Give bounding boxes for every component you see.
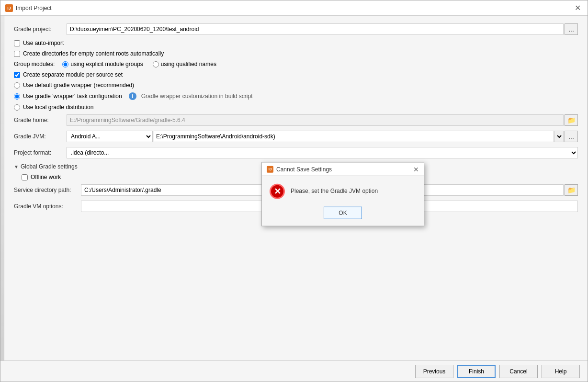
create-directories-row: Create directories for empty content roo… bbox=[14, 50, 578, 57]
offline-work-label: Offline work bbox=[31, 174, 61, 180]
title-bar: IJ Import Project ✕ bbox=[0, 0, 588, 16]
project-format-label: Project format: bbox=[14, 149, 67, 156]
gradle-home-input[interactable] bbox=[67, 114, 564, 126]
qualified-names-label: using qualified names bbox=[161, 61, 216, 67]
window-icon: IJ bbox=[5, 4, 13, 12]
explicit-module-radio-group: using explicit module groups bbox=[62, 61, 143, 67]
gradle-jvm-select[interactable]: Android A... bbox=[67, 131, 153, 142]
create-directories-label: Create directories for empty content roo… bbox=[23, 50, 164, 57]
gradle-wrapper-info-label: Gradle wrapper customization in build sc… bbox=[141, 93, 253, 100]
gradle-home-row: Gradle home: 📁 bbox=[14, 114, 578, 126]
explicit-module-label: using explicit module groups bbox=[70, 61, 143, 67]
qualified-names-radio-group: using qualified names bbox=[153, 61, 216, 67]
dialog-buttons: OK bbox=[262, 205, 424, 226]
local-gradle-label: Use local gradle distribution bbox=[23, 104, 93, 111]
auto-import-label: Use auto-import bbox=[23, 40, 64, 46]
finish-button[interactable]: Finish bbox=[457, 365, 496, 378]
help-button[interactable]: Help bbox=[542, 365, 580, 378]
create-directories-checkbox[interactable] bbox=[14, 51, 20, 57]
separate-module-checkbox[interactable] bbox=[14, 72, 20, 78]
browse-icon: ... bbox=[568, 25, 574, 33]
local-gradle-radio[interactable] bbox=[14, 104, 20, 111]
gradle-project-row: Gradle project: ... bbox=[14, 23, 578, 35]
separate-module-row: Create separate module per source set bbox=[14, 71, 578, 78]
gradle-home-label: Gradle home: bbox=[14, 117, 67, 124]
service-directory-browse-icon: 📁 bbox=[567, 186, 576, 194]
service-directory-label: Service directory path: bbox=[14, 187, 81, 193]
project-format-row: Project format: .idea (directo... bbox=[14, 147, 578, 158]
gradle-home-browse-button[interactable]: 📁 bbox=[565, 114, 578, 126]
dialog-window-icon: IJ bbox=[267, 166, 273, 172]
side-accent bbox=[0, 16, 4, 360]
dialog-message: Please, set the Gradle JVM option bbox=[291, 184, 378, 195]
qualified-names-radio[interactable] bbox=[153, 61, 159, 67]
gradle-jvm-dropdown-arrow[interactable] bbox=[554, 131, 564, 142]
cancel-button[interactable]: Cancel bbox=[499, 365, 538, 378]
bottom-bar: Previous Finish Cancel Help bbox=[0, 360, 588, 382]
cannot-save-dialog: IJ Cannot Save Settings ✕ ✕ Please, set … bbox=[261, 162, 424, 226]
default-gradle-wrapper-label: Use default gradle wrapper (recommended) bbox=[23, 82, 134, 89]
cannot-save-dialog-wrapper: IJ Cannot Save Settings ✕ ✕ Please, set … bbox=[261, 162, 424, 226]
dialog-title-text: Cannot Save Settings bbox=[276, 166, 332, 172]
section-collapse-arrow[interactable]: ▼ bbox=[14, 164, 19, 169]
gradle-wrapper-info-icon[interactable]: i bbox=[129, 92, 136, 100]
group-modules-label: Group modules: bbox=[14, 61, 55, 67]
gradle-wrapper-task-radio[interactable] bbox=[14, 93, 20, 100]
group-modules-row: Group modules: using explicit module gro… bbox=[14, 61, 578, 67]
dialog-title-bar: IJ Cannot Save Settings ✕ bbox=[262, 163, 424, 176]
default-gradle-wrapper-radio[interactable] bbox=[14, 82, 20, 89]
gradle-jvm-browse-button[interactable]: ... bbox=[565, 131, 578, 142]
auto-import-checkbox[interactable] bbox=[14, 40, 20, 46]
gradle-wrapper-task-row: Use gradle 'wrapper' task configuration … bbox=[14, 92, 578, 100]
gradle-jvm-label: Gradle JVM: bbox=[14, 133, 67, 140]
local-gradle-row: Use local gradle distribution bbox=[14, 104, 578, 111]
dialog-close-button[interactable]: ✕ bbox=[413, 165, 419, 173]
auto-import-row: Use auto-import bbox=[14, 40, 578, 46]
gradle-jvm-input-area: Android A... ... bbox=[67, 131, 578, 142]
service-directory-browse-button[interactable]: 📁 bbox=[565, 184, 578, 196]
dialog-content: ✕ Please, set the Gradle JVM option bbox=[262, 176, 424, 205]
gradle-jvm-browse-icon: ... bbox=[568, 133, 574, 140]
window-close-button[interactable]: ✕ bbox=[573, 3, 583, 12]
title-bar-left: IJ Import Project bbox=[5, 4, 52, 12]
project-format-select[interactable]: .idea (directo... bbox=[67, 147, 578, 158]
gradle-wrapper-task-label: Use gradle 'wrapper' task configuration bbox=[23, 93, 122, 100]
separate-module-label: Create separate module per source set bbox=[23, 71, 123, 78]
dialog-title-left: IJ Cannot Save Settings bbox=[267, 166, 332, 172]
global-gradle-title: Global Gradle settings bbox=[21, 163, 78, 170]
dialog-ok-button[interactable]: OK bbox=[324, 207, 362, 219]
gradle-home-browse-icon: 📁 bbox=[567, 116, 576, 124]
explicit-module-radio[interactable] bbox=[62, 61, 68, 67]
gradle-project-label: Gradle project: bbox=[14, 26, 67, 33]
gradle-project-browse-button[interactable]: ... bbox=[565, 23, 578, 35]
gradle-vm-label: Gradle VM options: bbox=[14, 203, 81, 210]
gradle-jvm-row: Gradle JVM: Android A... ... bbox=[14, 131, 578, 142]
gradle-jvm-path-input[interactable] bbox=[154, 131, 554, 142]
gradle-project-input[interactable] bbox=[67, 23, 564, 35]
default-gradle-wrapper-row: Use default gradle wrapper (recommended) bbox=[14, 82, 578, 89]
previous-button[interactable]: Previous bbox=[415, 365, 453, 378]
offline-work-checkbox[interactable] bbox=[22, 174, 28, 180]
window-title: Import Project bbox=[16, 5, 52, 11]
error-icon: ✕ bbox=[270, 184, 285, 199]
